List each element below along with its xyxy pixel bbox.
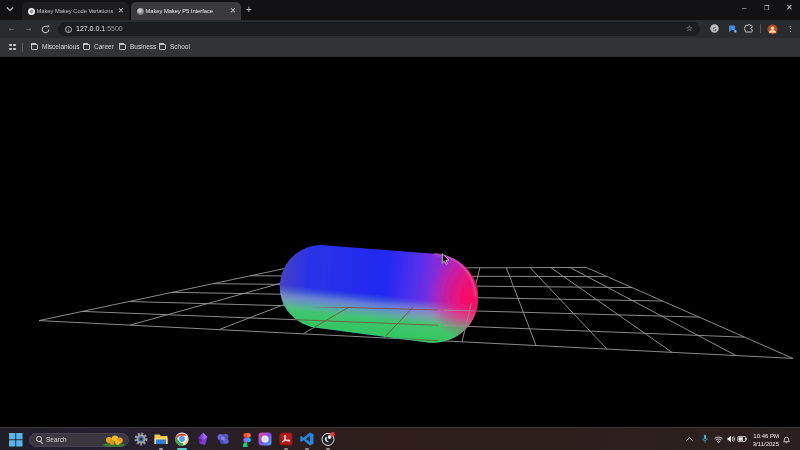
svg-text:S: S (712, 25, 716, 31)
